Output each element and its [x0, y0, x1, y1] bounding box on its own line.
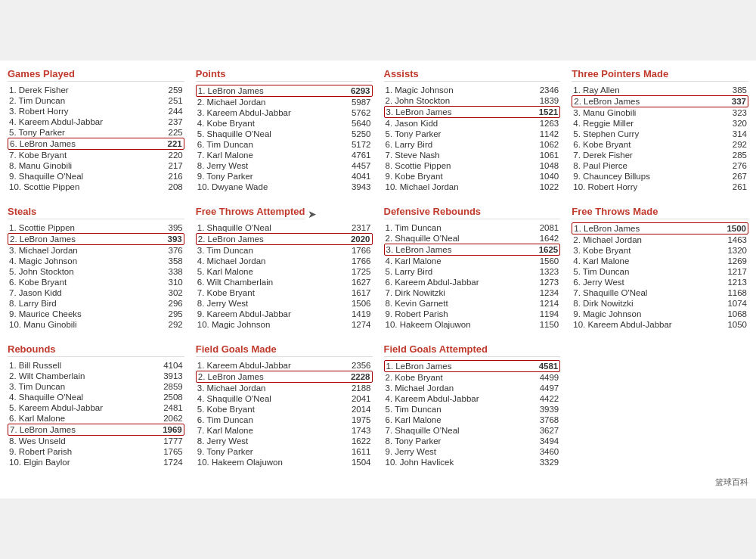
- stat-rank-name: 9. Jerry West: [386, 447, 529, 456]
- stat-rank-name: 1. Scottie Pippen: [9, 223, 153, 232]
- stat-row: 5. Tony Parker1142: [384, 129, 561, 139]
- stat-rank-name: 9. Tony Parker: [197, 172, 341, 181]
- stat-rank-name: 2. Wilt Chamberlain: [9, 371, 153, 380]
- stat-value: 295: [153, 309, 183, 318]
- stat-rank-name: 2. Kobe Bryant: [386, 373, 529, 382]
- section-empty: [572, 343, 748, 467]
- stat-rank-name: 6. Karl Malone: [386, 415, 529, 424]
- stat-value: 5762: [341, 108, 371, 117]
- stat-rank-name: 3. Kobe Bryant: [573, 246, 717, 255]
- stat-rank-name: 4. Kareem Abdul-Jabbar: [386, 394, 529, 403]
- stat-rank-name: 8. Jerry West: [197, 161, 341, 170]
- stat-row: 10. Hakeem Olajuwon1504: [196, 457, 373, 467]
- stat-value: 4761: [341, 151, 371, 160]
- stat-rank-name: 4. Karl Malone: [573, 256, 717, 266]
- stat-value: 1320: [717, 246, 747, 255]
- stat-row: 8. Dirk Nowitzki1074: [572, 298, 748, 309]
- stat-rank-name: 3. LeBron James: [386, 107, 528, 116]
- stat-value: 320: [717, 119, 747, 128]
- stat-row: 2. Michael Jordan5987: [196, 97, 373, 107]
- stat-value: 3939: [528, 405, 559, 414]
- stat-row: 1. Magic Johnson2346: [384, 85, 561, 95]
- stat-row: 10. Hakeem Olajuwon1150: [384, 319, 561, 330]
- stat-value: 225: [153, 128, 183, 137]
- stat-rank-name: 5. Kobe Bryant: [197, 405, 341, 414]
- stat-rank-name: 4. Karl Malone: [386, 256, 529, 266]
- stat-row: 7. Kobe Bryant220: [8, 150, 184, 160]
- stat-value: 1022: [528, 182, 559, 191]
- stat-row: 10. Michael Jordan1022: [384, 182, 561, 192]
- stat-rank-name: 8. Jerry West: [197, 299, 341, 308]
- stat-rank-name: 8. Kevin Garnett: [386, 299, 529, 308]
- stat-rank-name: 7. Shaquille O'Neal: [573, 288, 717, 297]
- stat-row: 10. Dwyane Wade3943: [196, 182, 373, 192]
- stat-rank-name: 8. Jerry West: [197, 436, 341, 446]
- stat-value: 2859: [153, 382, 183, 391]
- stat-row: 6. Tim Duncan5172: [196, 139, 373, 150]
- stat-rank-name: 10. Dwyane Wade: [197, 182, 341, 191]
- stat-rank-name: 9. Maurice Cheeks: [9, 309, 153, 318]
- stat-row: 9. Jerry West3460: [384, 446, 561, 457]
- stat-rank-name: 2. John Stockton: [386, 96, 529, 105]
- stat-rank-name: 1. Derek Fisher: [9, 85, 153, 95]
- stat-rank-name: 6. LeBron James: [10, 139, 152, 148]
- stat-rank-name: 9. Robert Parish: [9, 447, 153, 456]
- stat-value: 3329: [528, 458, 559, 467]
- stat-row: 3. Michael Jordan376: [8, 245, 184, 256]
- stat-rank-name: 5. Kareem Abdul-Jabbar: [9, 403, 153, 412]
- stat-row: 8. Kevin Garnett1214: [384, 298, 561, 309]
- stat-value: 1724: [153, 458, 183, 467]
- stat-rank-name: 1. Magic Johnson: [386, 85, 529, 95]
- stat-row: 7. Derek Fisher285: [572, 150, 748, 160]
- stat-value: 5250: [341, 129, 371, 138]
- stat-value: 1269: [717, 256, 747, 266]
- stat-rank-name: 7. Karl Malone: [197, 151, 341, 160]
- stat-row: 10. Elgin Baylor1724: [8, 457, 184, 467]
- stat-value: 310: [153, 278, 183, 287]
- stat-row: 9. Maurice Cheeks295: [8, 309, 184, 319]
- stat-value: 314: [717, 129, 747, 138]
- stat-row: 5. Kareem Abdul-Jabbar2481: [8, 402, 184, 413]
- stat-value: 1040: [528, 172, 559, 181]
- stat-row: 10. Magic Johnson1274: [196, 319, 373, 330]
- stat-row: 6. Tim Duncan1975: [196, 415, 373, 425]
- stat-value: 261: [717, 182, 747, 191]
- stat-value: 338: [153, 267, 183, 276]
- stat-rank-name: 3. Tim Duncan: [9, 382, 153, 391]
- stat-row: 6. Kareem Abdul-Jabbar1273: [384, 277, 561, 287]
- stat-rank-name: 3. Michael Jordan: [9, 246, 153, 255]
- stat-row: 6. Karl Malone2062: [8, 413, 184, 424]
- stat-rank-name: 7. Derek Fisher: [573, 151, 717, 160]
- stat-value: 1743: [341, 426, 371, 435]
- stat-row: 7. Shaquille O'Neal3627: [384, 425, 561, 436]
- stat-value: 1611: [341, 447, 371, 456]
- stat-value: 292: [717, 140, 747, 149]
- stat-row: 2. LeBron James2228: [196, 371, 373, 383]
- stat-value: 267: [717, 172, 747, 181]
- stat-row: 4. Shaquille O'Neal2508: [8, 392, 184, 402]
- stat-rank-name: 4. Shaquille O'Neal: [9, 393, 153, 402]
- stat-row: 5. Stephen Curry314: [572, 129, 748, 139]
- stat-rank-name: 10. Scottie Pippen: [9, 182, 153, 191]
- stat-value: 1074: [717, 299, 747, 308]
- stat-value: 4104: [153, 361, 183, 370]
- stat-rank-name: 2. Shaquille O'Neal: [386, 234, 529, 243]
- stat-rank-name: 6. Kareem Abdul-Jabbar: [386, 278, 529, 287]
- stat-value: 221: [152, 139, 182, 148]
- stat-value: 4041: [341, 172, 371, 181]
- stat-rank-name: 8. Larry Bird: [9, 299, 153, 308]
- stat-row: 5. Tim Duncan1217: [572, 266, 748, 277]
- stat-value: 244: [153, 107, 183, 116]
- ftm-title: Free Throws Made: [572, 206, 748, 219]
- section-assists: Assists 1. Magic Johnson23462. John Stoc…: [384, 68, 561, 192]
- fga-title: Field Goals Attempted: [384, 343, 561, 357]
- stat-row: 4. Kareem Abdul-Jabbar4422: [384, 393, 561, 404]
- stat-value: 393: [152, 234, 182, 244]
- stat-value: 5987: [341, 98, 371, 107]
- stat-rank-name: 6. Jerry West: [573, 278, 717, 287]
- stat-value: 1048: [528, 161, 559, 170]
- stat-rank-name: 8. Scottie Pippen: [386, 161, 529, 170]
- stat-row: 10. Manu Ginobili292: [8, 319, 184, 330]
- stat-row: 5. Larry Bird1323: [384, 266, 561, 277]
- stat-value: 1061: [528, 151, 559, 160]
